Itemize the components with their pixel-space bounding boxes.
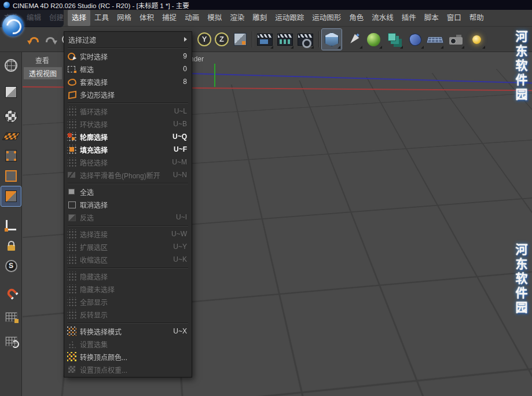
select-menu-item-21: 反转显示 [64,308,192,321]
menu-item-label: 转换顶点颜色... [80,352,187,362]
menubar-item-10[interactable]: 模拟 [203,10,226,26]
workplane-mode-button[interactable] [1,126,21,146]
edges-cube-icon [5,170,17,182]
menu-item-shortcut: U~X [173,327,187,335]
render-settings-button[interactable] [295,29,315,50]
select-menu-item-2[interactable]: 实时选择9 [64,50,192,63]
menubar-item-13[interactable]: 运动跟踪 [271,10,308,26]
menu-separator [68,102,188,103]
instance-button[interactable] [384,29,404,50]
axis-lock-button[interactable] [1,236,21,255]
menu-item-shortcut: U~Q [173,133,187,141]
menu-item-shortcut: U~N [173,171,187,179]
lock-icon [8,245,15,251]
grid-lock-icon [5,312,17,322]
subdivision-surface-button[interactable] [364,29,383,50]
vcolor-selection-icon [67,352,76,361]
menubar-item-19[interactable]: 窗口 [443,10,465,26]
select-menu-item-22[interactable]: 转换选择模式U~X [64,325,192,338]
select-menu-item-19: 隐藏未选择 [64,283,192,295]
menu-item-label: 环状选择 [80,119,168,129]
spline-pen-button[interactable] [344,29,364,50]
menubar-item-17[interactable]: 插件 [398,10,420,26]
menubar-item-15[interactable]: 角色 [345,10,368,26]
y-axis-badge-icon: Y [197,32,211,46]
select-menu-item-12[interactable]: 全选 [64,185,192,198]
select-menu-item-3[interactable]: 框选0 [64,63,192,75]
menu-item-shortcut: U~Y [173,243,187,251]
select-menu-item-4[interactable]: 套索选择8 [64,75,192,88]
phong-selection-icon [67,170,76,179]
add-cube-button[interactable] [322,29,342,50]
select-menu-item-13[interactable]: 取消选择 [64,198,192,211]
menu-item-label: 循环选择 [80,107,170,116]
light-button[interactable] [467,29,486,50]
menu-item-label: 多边形选择 [80,90,187,100]
workplane-icon [2,133,20,140]
shrink-selection-icon [67,255,76,264]
coordinate-system-button[interactable] [230,29,250,50]
path-selection-icon [67,157,76,167]
select-menu-item-7: 环状选择U~B [64,118,192,130]
menubar-item-7[interactable]: 体积 [135,10,158,26]
axis-mode-button[interactable] [1,215,21,235]
select-menu-item-10: 路径选择U~M [64,156,192,168]
axis-z-lock-button[interactable]: Z [212,29,232,50]
undo-arrow-icon [30,37,39,42]
render-view-button[interactable] [255,29,274,50]
menu-item-shortcut: 0 [183,65,187,73]
snap-toggle-button[interactable]: S [1,256,21,276]
menubar-item-4[interactable]: 选择 [68,10,90,26]
select-menu-item-8[interactable]: 轮廓选择U~Q [64,130,192,143]
menu-item-shortcut: U~I [176,213,187,221]
select-menu-dropdown: 选择过滤实时选择9框选0套索选择8多边形选择循环选择U~L环状选择U~B轮廓选择… [64,31,192,377]
menubar-item-20[interactable]: 帮助 [465,10,488,26]
menubar-item-12[interactable]: 雕刻 [248,10,271,26]
edges-mode-button[interactable] [1,166,21,186]
menubar-item-18[interactable]: 脚本 [420,10,443,26]
camera-button[interactable] [446,29,465,50]
menubar-item-6[interactable]: 网格 [113,10,135,26]
model-mode-button[interactable] [1,82,21,102]
select-menu-item-5[interactable]: 多边形选择 [64,88,192,101]
viewport-menu-view[interactable]: 查看 [35,55,49,65]
render-to-picture-viewer-button[interactable] [275,29,295,50]
lasso-selection-icon [67,77,76,86]
convert-object-button[interactable] [1,56,21,75]
menubar-item-8[interactable]: 捕捉 [158,10,181,26]
menubar-item-5[interactable]: 工具 [90,10,113,26]
workplane-snap-button[interactable] [1,331,21,351]
simulate-button[interactable] [405,29,425,50]
desel-selection-icon [67,200,76,209]
menu-item-label: 路径选择 [80,157,167,167]
rect-selection-icon [67,64,76,74]
floor-button[interactable] [425,29,445,50]
menubar-item-11[interactable]: 渲染 [226,10,248,26]
menubar-item-14[interactable]: 运动图形 [308,10,345,26]
menubar-item-9[interactable]: 动画 [181,10,203,26]
axis-y-lock-button[interactable]: Y [195,29,214,50]
quantize-button[interactable] [1,307,21,327]
select-menu-item-11: 选择平滑着色(Phong)断开U~N [64,168,192,181]
menubar-item-16[interactable]: 流水线 [368,10,398,26]
select-menu-item-1[interactable]: 选择过滤 [64,33,192,46]
menu-separator [68,267,188,268]
camera-icon [449,37,463,45]
app-icon [3,2,10,8]
select-menu-item-17: 收缩选区U~K [64,253,192,266]
stacked-cubes-icon [387,32,402,47]
select-menu-item-9[interactable]: 填充选择U~F [64,143,192,156]
connected-selection-icon [67,229,76,239]
select-menu-item-24[interactable]: 转换顶点颜色... [64,350,192,363]
clapperboard-gear-icon [298,34,313,46]
magnet-snap-button[interactable] [1,283,21,302]
polygons-mode-button[interactable] [1,186,21,206]
watermark-text: 河东软件园 [512,243,529,316]
menu-item-label: 扩展选区 [80,242,168,252]
menu-separator [68,322,188,323]
points-mode-button[interactable] [1,146,21,166]
ring-selection-icon [67,119,76,129]
texture-mode-button[interactable] [1,107,21,126]
viewport-view-label[interactable]: 透视视图 [24,67,62,79]
menu-item-shortcut: U~L [174,107,187,115]
